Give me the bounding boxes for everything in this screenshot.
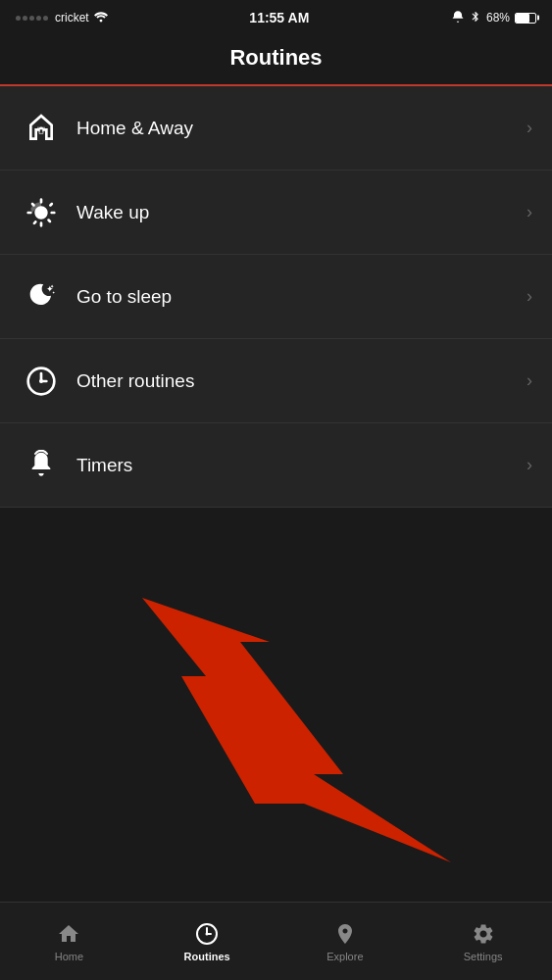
home-away-label: Home & Away: [76, 118, 527, 139]
go-to-sleep-label: Go to sleep: [76, 286, 527, 308]
svg-point-0: [99, 19, 102, 22]
home-away-chevron: ›: [527, 118, 532, 138]
menu-item-timers[interactable]: Timers ›: [0, 423, 552, 508]
svg-text:✦: ✦: [52, 290, 56, 295]
signal-dot-1: [16, 16, 21, 21]
home-nav-icon: [56, 921, 81, 947]
page-header: Routines: [0, 35, 552, 86]
signal-dot-4: [36, 16, 41, 21]
menu-item-wake-up[interactable]: Wake up ›: [0, 171, 552, 255]
wake-up-chevron: ›: [527, 202, 532, 222]
svg-text:✦: ✦: [50, 282, 54, 288]
page-title: Routines: [0, 45, 552, 71]
wake-up-icon: [20, 191, 63, 234]
go-to-sleep-icon: ✦ ✦ ✦: [20, 275, 63, 318]
go-to-sleep-chevron: ›: [527, 286, 532, 307]
routines-nav-label: Routines: [184, 951, 230, 962]
home-nav-label: Home: [55, 951, 83, 962]
signal-dots: [16, 16, 48, 21]
explore-nav-icon: [332, 921, 358, 947]
home-away-icon: [20, 107, 63, 150]
settings-nav-label: Settings: [464, 951, 503, 962]
routines-nav-icon: [194, 921, 220, 947]
svg-point-9: [39, 379, 43, 383]
carrier-label: cricket: [55, 11, 89, 24]
svg-point-15: [206, 932, 209, 935]
settings-nav-icon: [471, 921, 496, 947]
menu-item-other-routines[interactable]: Other routines ›: [0, 339, 552, 423]
svg-marker-11: [142, 598, 451, 862]
menu-item-home-away[interactable]: Home & Away ›: [0, 86, 552, 171]
status-left: cricket: [16, 11, 108, 25]
wake-up-label: Wake up: [76, 202, 527, 223]
menu-list: Home & Away › Wake up › ✦ ✦ ✦ Go to slee…: [0, 86, 552, 508]
timers-label: Timers: [76, 455, 527, 476]
other-routines-chevron: ›: [527, 370, 532, 391]
alarm-icon: [451, 10, 465, 26]
signal-dot-5: [43, 16, 48, 21]
nav-item-settings[interactable]: Settings: [414, 921, 552, 962]
battery-percent: 68%: [486, 11, 510, 24]
status-right: 68%: [451, 10, 536, 26]
other-routines-label: Other routines: [76, 370, 527, 392]
signal-dot-2: [23, 16, 27, 21]
nav-item-home[interactable]: Home: [0, 921, 138, 962]
wifi-icon: [94, 11, 108, 25]
nav-item-routines[interactable]: Routines: [138, 921, 276, 962]
battery-icon: [515, 13, 536, 24]
bottom-nav: Home Routines Explore Settings: [0, 902, 552, 980]
timers-chevron: ›: [527, 455, 532, 475]
other-routines-icon: [20, 360, 63, 403]
status-bar: cricket 11:55 AM 68%: [0, 0, 552, 35]
bluetooth-icon: [470, 10, 481, 26]
timers-icon: [20, 444, 63, 487]
nav-item-explore[interactable]: Explore: [276, 921, 415, 962]
signal-dot-3: [29, 16, 34, 21]
menu-item-go-to-sleep[interactable]: ✦ ✦ ✦ Go to sleep ›: [0, 255, 552, 339]
status-time: 11:55 AM: [249, 10, 309, 25]
explore-nav-label: Explore: [326, 951, 363, 962]
